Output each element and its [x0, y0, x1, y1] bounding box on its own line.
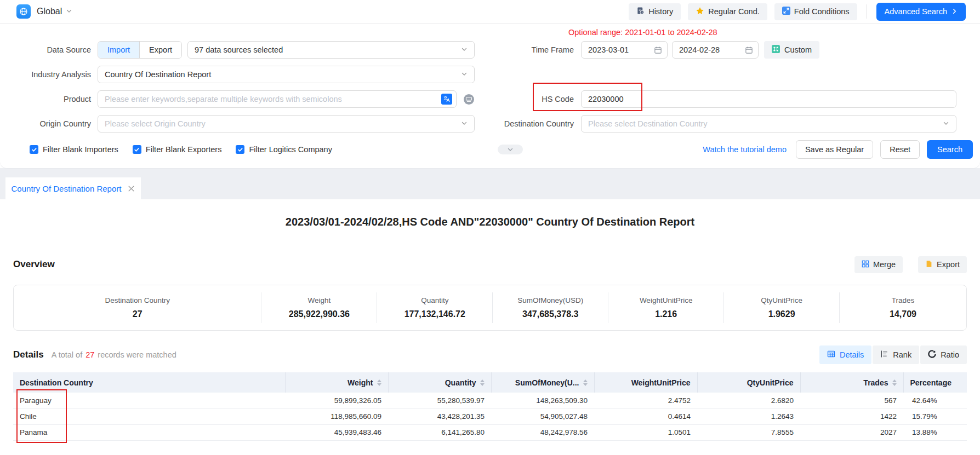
- industry-analysis-value: Country Of Destination Report: [105, 70, 211, 79]
- stat-label: Quantity: [421, 296, 448, 304]
- checkbox-label: Filter Blank Exporters: [146, 145, 222, 154]
- hs-code-input[interactable]: [581, 90, 956, 108]
- export-button[interactable]: Export: [918, 256, 967, 273]
- product-input-wrap: [98, 90, 457, 108]
- stat-label: WeightUnitPrice: [640, 296, 693, 304]
- sort-icon: [377, 379, 381, 386]
- stat-label: Weight: [307, 296, 331, 304]
- filter-blank-importers-checkbox[interactable]: Filter Blank Importers: [30, 145, 118, 154]
- start-date-input[interactable]: [581, 41, 668, 59]
- history-button[interactable]: History: [629, 3, 681, 20]
- regular-cond-label: Regular Cond.: [708, 7, 760, 16]
- col-label: SumOfMoney(U...: [515, 378, 579, 387]
- tutorial-link[interactable]: Watch the tutorial demo: [703, 145, 787, 154]
- advanced-search-label: Advanced Search: [885, 7, 947, 16]
- cell-quantity: 43,428,201.35: [388, 408, 491, 424]
- destination-country-select[interactable]: Please select Destination Country: [581, 115, 956, 133]
- region-selector-label[interactable]: Global: [37, 7, 62, 16]
- stat-weight-unit-price: WeightUnitPrice 1.216: [608, 292, 724, 323]
- regular-cond-button[interactable]: Regular Cond.: [688, 3, 767, 20]
- col-label: Quantity: [445, 378, 476, 387]
- product-input[interactable]: [98, 90, 457, 108]
- table-row[interactable]: Paraguay 59,899,326.05 55,280,539.97 148…: [13, 393, 967, 408]
- view-switcher: Details Rank Ratio: [819, 345, 967, 364]
- col-destination-country[interactable]: Destination Country: [13, 372, 285, 393]
- cell-percentage: 15.79%: [903, 408, 967, 424]
- calendar-icon[interactable]: [654, 46, 662, 54]
- view-rank-button[interactable]: Rank: [873, 345, 919, 364]
- col-percentage[interactable]: Percentage: [903, 372, 967, 393]
- keyboard-icon[interactable]: [463, 94, 475, 105]
- hs-code-label: HS Code: [475, 95, 581, 103]
- export-label: Export: [937, 260, 960, 269]
- cell-qty-unit-price: 2.6820: [697, 393, 800, 408]
- industry-analysis-label: Industry Analysis: [13, 70, 98, 79]
- save-as-regular-button[interactable]: Save as Regular: [796, 140, 873, 159]
- fold-conditions-label: Fold Conditions: [794, 7, 850, 16]
- view-details-button[interactable]: Details: [819, 345, 871, 364]
- rank-icon: [880, 350, 888, 360]
- globe-icon: [16, 4, 31, 19]
- row-product-hscode: Product HS Code: [13, 90, 980, 108]
- stat-trades: Trades 14,709: [840, 292, 966, 323]
- table-row[interactable]: Panama 45,939,483.46 6,141,265.80 48,242…: [13, 424, 967, 440]
- table-row[interactable]: Chile 118,985,660.09 43,428,201.35 54,90…: [13, 408, 967, 424]
- col-quantity[interactable]: Quantity: [388, 372, 491, 393]
- history-icon: [636, 7, 645, 16]
- end-date-value[interactable]: [673, 45, 733, 54]
- export-segment[interactable]: Export: [139, 42, 181, 58]
- stat-sum-of-money: SumOfMoney(USD) 347,685,378.3: [493, 292, 608, 323]
- matched-records-text: A total of 27 records were matched: [52, 350, 176, 359]
- merge-icon: [862, 260, 869, 269]
- cell-country: Chile: [13, 408, 285, 424]
- details-table: Destination Country Weight Quantity SumO…: [13, 372, 967, 441]
- expand-conditions-button[interactable]: [498, 145, 523, 154]
- history-label: History: [648, 7, 673, 16]
- stat-value: 285,922,990.36: [289, 309, 350, 319]
- calendar-icon[interactable]: [745, 46, 753, 54]
- close-icon[interactable]: [128, 185, 135, 192]
- col-weight-unit-price[interactable]: WeightUnitPrice: [594, 372, 697, 393]
- import-segment[interactable]: Import: [98, 42, 139, 58]
- filter-blank-exporters-checkbox[interactable]: Filter Blank Exporters: [133, 145, 222, 154]
- col-sum-of-money[interactable]: SumOfMoney(U...: [491, 372, 594, 393]
- cell-weight: 59,899,326.05: [285, 393, 388, 408]
- cell-qty-unit-price: 1.2643: [697, 408, 800, 424]
- view-ratio-button[interactable]: Ratio: [920, 345, 967, 364]
- data-source-label: Data Source: [13, 45, 98, 54]
- end-date-input[interactable]: [672, 41, 759, 59]
- report-content: 2023/03/01-2024/02/28,HS Code AND"220300…: [0, 199, 980, 441]
- report-title: 2023/03/01-2024/02/28,HS Code AND"220300…: [13, 216, 967, 231]
- cell-country: Paraguay: [13, 393, 285, 408]
- reset-button[interactable]: Reset: [880, 140, 920, 159]
- cell-sum-of-money: 54,905,027.48: [491, 408, 594, 424]
- custom-icon: [772, 45, 780, 55]
- merge-button[interactable]: Merge: [854, 256, 903, 273]
- tabbar: Country Of Destination Report: [0, 168, 980, 199]
- sort-icon: [892, 379, 897, 386]
- origin-country-select[interactable]: Please select Origin Country: [98, 115, 475, 133]
- filter-logitics-company-checkbox[interactable]: Filter Logitics Company: [236, 145, 332, 154]
- translate-icon[interactable]: [441, 94, 452, 105]
- fold-conditions-button[interactable]: Fold Conditions: [774, 3, 857, 20]
- chevron-down-icon: [461, 70, 468, 79]
- start-date-value[interactable]: [582, 45, 642, 54]
- matched-suffix: records were matched: [98, 350, 176, 359]
- tab-country-of-destination-report[interactable]: Country Of Destination Report: [5, 177, 141, 199]
- industry-analysis-select[interactable]: Country Of Destination Report: [98, 66, 475, 83]
- col-trades[interactable]: Trades: [800, 372, 903, 393]
- matched-prefix: A total of: [52, 350, 82, 359]
- page: Global History Regular Cond. Fol: [0, 0, 980, 455]
- advanced-search-button[interactable]: Advanced Search: [876, 3, 966, 21]
- chevron-down-icon[interactable]: [66, 7, 72, 16]
- export-icon: [925, 260, 933, 269]
- filter-panel: Optional range: 2021-01-01 to 2024-02-28…: [0, 24, 980, 168]
- custom-range-button[interactable]: Custom: [764, 41, 819, 59]
- col-weight[interactable]: Weight: [285, 372, 388, 393]
- stat-weight: Weight 285,922,990.36: [261, 292, 377, 323]
- time-frame-label: Time Frame: [475, 45, 581, 54]
- data-sources-select[interactable]: 97 data sources selected: [187, 41, 475, 59]
- col-qty-unit-price[interactable]: QtyUnitPrice: [697, 372, 800, 393]
- search-button[interactable]: Search: [927, 140, 973, 159]
- view-label: Details: [840, 350, 864, 359]
